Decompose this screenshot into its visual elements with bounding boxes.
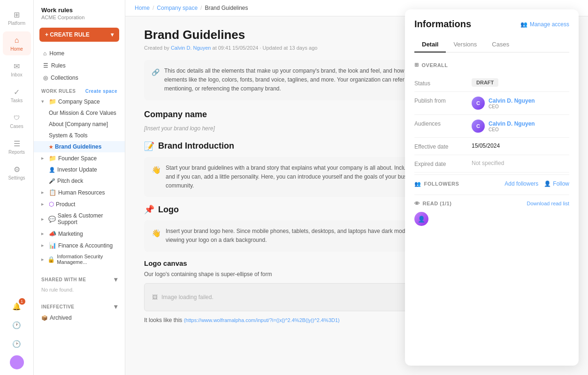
nav-home-icon: ⌂ [43,50,46,57]
sidebar-item-reports[interactable]: ☰ Reports [3,135,31,158]
sidebar-item-tasks[interactable]: ✓ Tasks [3,83,31,107]
logo-icon: 📌 [144,204,154,215]
history-icon[interactable]: 🕐 [9,318,24,333]
follow-button[interactable]: 👤 Follow [544,180,569,187]
breadcrumb-home[interactable]: Home [135,5,150,11]
nav-item-rules[interactable]: ☰ Rules [36,60,123,72]
separator-icon: / [200,5,202,11]
archive-icon: 📦 [41,315,48,321]
tree-item-founder-space[interactable]: ▸ 📁 Founder Space [34,152,125,164]
tree-item-human-resources[interactable]: ▸ 📋 Human Resources [34,187,125,198]
brand-icon: 📝 [144,141,154,151]
tree-item-pitch-deck[interactable]: 🎤 Pitch deck [34,175,125,187]
tab-cases[interactable]: Cases [484,37,517,52]
product-icon: ⬡ [49,201,54,208]
sidebar-item-inbox[interactable]: ✉ Inbox [3,57,31,81]
create-rule-chevron-icon: ▾ [111,31,114,38]
read-header: 👁 READ (1/1) Download read list [414,201,569,206]
formula-link[interactable]: (https://www.wolframalpha.com/input/?i=(… [184,317,340,323]
tree-label: Pitch deck [57,178,83,184]
manage-access-icon: 👥 [520,21,527,28]
tree-label: Information Security Manageme... [57,254,117,265]
hr-folder-icon: 📋 [49,189,56,196]
user-avatar[interactable] [10,355,24,369]
tree-label: Sales & Customer Support [58,212,117,225]
tab-versions[interactable]: Versions [446,37,484,52]
nav-sidebar: Work rules ACME Corporation + CREATE RUL… [34,0,125,375]
marketing-icon: 📣 [49,230,56,237]
follow-person-icon: 👤 [544,180,551,187]
doc-author-link[interactable]: Calvin D. Nguyen [171,45,211,51]
tree-item-system-tools[interactable]: System & Tools [34,130,125,141]
audiences-person-row: C Calvin D. Nguyen CEO [472,120,569,133]
tree-item-investor-update[interactable]: 👤 Investor Update [34,164,125,175]
tree-item-company-space[interactable]: ▾ 📁 Company Space [34,96,125,107]
separator-icon: / [153,5,154,11]
image-failed-text: Image loading failed. [161,294,214,300]
reports-label: Reports [8,150,25,155]
sidebar-item-cases[interactable]: 🛡 Cases [3,109,31,133]
chevron-down-icon[interactable]: ▾ [114,276,118,283]
nav-collections-icon: ◎ [43,75,48,81]
read-title: 👁 READ (1/1) [414,201,451,206]
sidebar-item-settings[interactable]: ⚙ Settings [3,160,31,184]
nav-collections-label: Collections [51,75,78,81]
platform-icon: ⊞ [12,9,22,20]
create-rule-button[interactable]: + CREATE RULE ▾ [39,28,119,42]
cases-label: Cases [10,124,23,129]
notification-count: 1 [19,298,25,305]
audiences-person-role: CEO [489,127,535,132]
download-read-list-button[interactable]: Download read list [527,201,570,206]
icon-sidebar: ⊞ Platform ⌂ Home ✉ Inbox ✓ Tasks 🛡 Case… [0,0,34,375]
tree-item-infosec[interactable]: ▸ 🔒 Information Security Manageme... [34,251,125,267]
followers-header: 👥 FOLLOWERS Add followers 👤 Follow [414,174,569,191]
add-followers-button[interactable]: Add followers [504,180,538,187]
description-icon: 🔗 [152,67,160,94]
clock-icon[interactable]: 🕑 [9,337,24,352]
sidebar-item-home[interactable]: ⌂ Home [3,31,31,55]
tree-item-finance[interactable]: ▸ 📊 Finance & Accounting [34,240,125,251]
manage-access-label: Manage access [530,21,569,28]
followers-actions: Add followers 👤 Follow [504,180,569,187]
audiences-person-name[interactable]: Calvin D. Nguyen [489,120,535,127]
notification-badge[interactable]: 🔔 1 [9,299,24,314]
tree-item-archived[interactable]: 📦 Archived [34,312,125,323]
image-icon: 🖼 [152,294,158,300]
tree-item-about[interactable]: About [Company name] [34,119,125,130]
nav-item-home[interactable]: ⌂ Home [36,47,123,60]
expired-date-label: Expired date [414,160,466,167]
publish-person-row: C Calvin D. Nguyen CEO [472,97,569,110]
tree-label: Marketing [58,231,83,237]
inbox-icon: ✉ [12,61,22,71]
publish-from-label: Publish from [414,97,466,104]
tab-detail[interactable]: Detail [414,37,446,52]
tree-item-sales[interactable]: ▸ 💬 Sales & Customer Support [34,210,125,228]
create-space-link[interactable]: Create space [85,89,117,94]
info-panel-header: Informations 👥 Manage access [414,19,569,30]
breadcrumb-company-space[interactable]: Company space [157,5,198,11]
publish-avatar: C [472,97,485,110]
eye-icon: 👁 [414,201,420,206]
effective-date-value: 15/05/2024 [472,142,569,149]
nav-item-collections[interactable]: ◎ Collections [36,72,123,84]
audiences-row: Audiences C Calvin D. Nguyen CEO [414,115,569,138]
chevron-right-icon: ▸ [41,231,47,237]
mic-icon: 🎤 [49,178,55,184]
sidebar-header: Work rules ACME Corporation [34,0,125,24]
sidebar-item-platform[interactable]: ⊞ Platform [3,6,31,30]
read-section: 👁 READ (1/1) Download read list 👤 [414,195,569,226]
tree-item-marketing[interactable]: ▸ 📣 Marketing [34,228,125,240]
chevron-down-icon[interactable]: ▾ [114,303,118,310]
manage-access-button[interactable]: 👥 Manage access [520,21,569,28]
work-rules-section: WORK RULES Create space [34,84,125,96]
tree-label: Finance & Accounting [58,242,113,249]
tree-item-mission[interactable]: Our Mission & Core Values [34,107,125,119]
app-title: Work rules [41,7,117,14]
publish-person-name[interactable]: Calvin D. Nguyen [489,98,535,104]
read-user-avatar: 👤 [414,212,428,226]
audiences-value: C Calvin D. Nguyen CEO [472,120,569,133]
tree-item-brand-guidelines[interactable]: ★ Brand Guidelines [34,141,125,152]
nav-rules-label: Rules [51,62,66,69]
tree-item-product[interactable]: ▸ ⬡ Product [34,198,125,210]
home-icon: ⌂ [12,35,22,45]
